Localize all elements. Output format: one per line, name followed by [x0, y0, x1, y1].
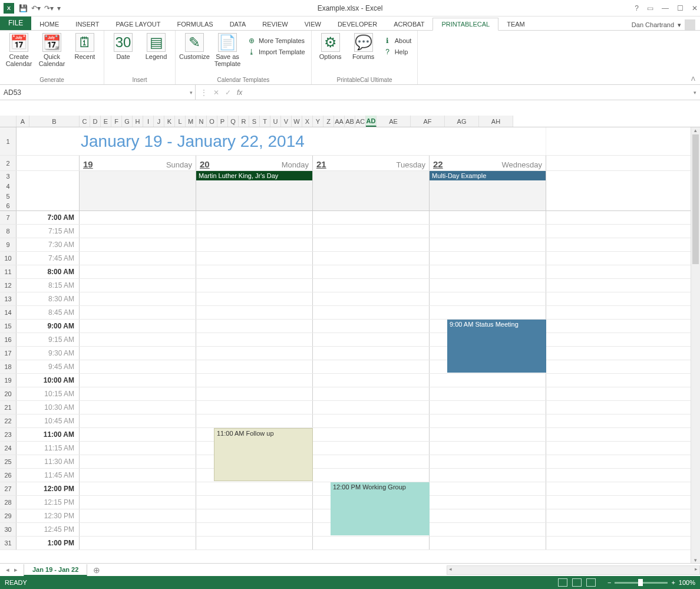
time-cell[interactable]	[313, 306, 430, 319]
time-cell[interactable]	[430, 496, 546, 509]
row-header[interactable]: 20	[0, 387, 16, 400]
menu-icon[interactable]: ⋮	[200, 88, 207, 97]
vertical-scrollbar[interactable]: ▴ ▾	[691, 127, 700, 563]
time-cell[interactable]	[80, 306, 196, 319]
zoom-level[interactable]: 100%	[679, 579, 695, 586]
time-cell[interactable]	[196, 509, 313, 522]
time-cell[interactable]	[196, 414, 313, 427]
col-header-G[interactable]: G	[122, 116, 133, 127]
allday-cell[interactable]	[80, 191, 196, 201]
time-cell[interactable]	[196, 360, 313, 373]
row-header[interactable]: 16	[0, 333, 16, 346]
time-cell[interactable]	[196, 374, 313, 387]
time-cell[interactable]	[313, 265, 430, 278]
sheet-next-icon[interactable]: ▸	[14, 566, 18, 574]
col-header-D[interactable]: D	[90, 116, 101, 127]
col-header-AH[interactable]: AH	[479, 116, 513, 127]
row-header[interactable]: 7	[0, 211, 16, 224]
import-template-button[interactable]: ⭳Import Template	[245, 47, 308, 57]
time-cell[interactable]	[80, 469, 196, 482]
row-header[interactable]: 30	[0, 523, 16, 536]
time-cell[interactable]	[80, 523, 196, 536]
col-header-Y[interactable]: Y	[313, 116, 323, 127]
col-header-H[interactable]: H	[133, 116, 143, 127]
time-cell[interactable]	[313, 401, 430, 414]
calendar-event[interactable]: 11:00 AM Follow up	[214, 428, 313, 481]
zoom-slider[interactable]	[615, 582, 668, 584]
save-as-template-button[interactable]: 📄 Save as Template	[212, 32, 243, 68]
col-header-Q[interactable]: Q	[228, 116, 239, 127]
allday-cell[interactable]	[196, 191, 313, 201]
col-header-P[interactable]: P	[217, 116, 228, 127]
tab-file[interactable]: FILE	[0, 16, 31, 30]
time-cell[interactable]	[80, 509, 196, 522]
col-header-E[interactable]: E	[101, 116, 111, 127]
allday-cell[interactable]	[80, 171, 196, 181]
allday-cell[interactable]: Martin Luther King, Jr's Day	[196, 171, 313, 181]
time-cell[interactable]	[196, 496, 313, 509]
forums-button[interactable]: 💬 Forums	[348, 32, 379, 61]
zoom-out-icon[interactable]: −	[607, 579, 611, 586]
insert-date-button[interactable]: 30 Date	[108, 32, 138, 61]
tab-formulas[interactable]: FORMULAS	[169, 18, 222, 30]
time-cell[interactable]	[196, 347, 313, 360]
col-header-F[interactable]: F	[111, 116, 122, 127]
row-header[interactable]: 6	[0, 201, 16, 210]
ribbon-display-icon[interactable]: ▭	[647, 4, 653, 12]
tab-insert[interactable]: INSERT	[67, 18, 107, 30]
row-header[interactable]: 17	[0, 347, 16, 360]
time-cell[interactable]	[313, 279, 430, 292]
row-header[interactable]: 2	[0, 156, 16, 170]
time-cell[interactable]	[80, 225, 196, 238]
allday-cell[interactable]	[196, 201, 313, 210]
fx-icon[interactable]: fx	[237, 88, 242, 97]
time-cell[interactable]	[430, 252, 546, 265]
allday-cell[interactable]	[313, 191, 430, 201]
maximize-icon[interactable]: ☐	[677, 4, 684, 12]
time-cell[interactable]	[196, 537, 313, 549]
collapse-ribbon-icon[interactable]: ᐱ	[691, 75, 695, 82]
allday-cell[interactable]: Multi-Day Example	[430, 171, 546, 181]
horizontal-scrollbar[interactable]: ◂ ▸	[447, 565, 700, 575]
sheet-tab-active[interactable]: Jan 19 - Jan 22	[24, 564, 87, 576]
time-cell[interactable]	[80, 374, 196, 387]
col-header-B[interactable]: B	[29, 116, 80, 127]
allday-event[interactable]: Martin Luther King, Jr's Day	[196, 171, 312, 180]
time-cell[interactable]	[196, 252, 313, 265]
time-cell[interactable]	[80, 496, 196, 509]
row-header[interactable]: 4	[0, 181, 16, 191]
row-header[interactable]: 24	[0, 442, 16, 455]
page-break-view-icon[interactable]	[586, 578, 596, 587]
scroll-down-icon[interactable]: ▾	[691, 557, 700, 563]
time-cell[interactable]	[430, 455, 546, 468]
time-cell[interactable]	[80, 455, 196, 468]
time-cell[interactable]	[313, 320, 430, 333]
tab-team[interactable]: TEAM	[498, 18, 533, 30]
time-cell[interactable]	[430, 211, 546, 224]
allday-cell[interactable]	[430, 181, 546, 191]
time-cell[interactable]	[80, 401, 196, 414]
time-cell[interactable]	[430, 428, 546, 441]
normal-view-icon[interactable]	[558, 578, 567, 587]
chevron-down-icon[interactable]: ▾	[190, 90, 193, 96]
allday-cell[interactable]	[313, 201, 430, 210]
col-header-Z[interactable]: Z	[323, 116, 334, 127]
row-header[interactable]: 23	[0, 428, 16, 441]
row-header[interactable]: 12	[0, 279, 16, 292]
row-header[interactable]: 29	[0, 509, 16, 522]
row-header[interactable]: 10	[0, 252, 16, 265]
col-header-M[interactable]: M	[186, 116, 196, 127]
undo-icon[interactable]: ↶▾	[31, 4, 41, 12]
quick-calendar-button[interactable]: 📆 Quick Calendar	[37, 32, 67, 68]
time-cell[interactable]	[196, 523, 313, 536]
time-cell[interactable]	[80, 414, 196, 427]
time-cell[interactable]	[313, 225, 430, 238]
save-icon[interactable]: 💾	[19, 4, 28, 12]
sheet-prev-icon[interactable]: ◂	[6, 566, 9, 574]
time-cell[interactable]	[80, 252, 196, 265]
account-user[interactable]: Dan Chartrand ▾	[632, 19, 700, 30]
row-header[interactable]: 1	[0, 127, 16, 155]
col-header-AC[interactable]: AC	[355, 116, 366, 127]
insert-legend-button[interactable]: ▤ Legend	[141, 32, 171, 61]
add-sheet-button[interactable]: ⊕	[87, 565, 106, 575]
